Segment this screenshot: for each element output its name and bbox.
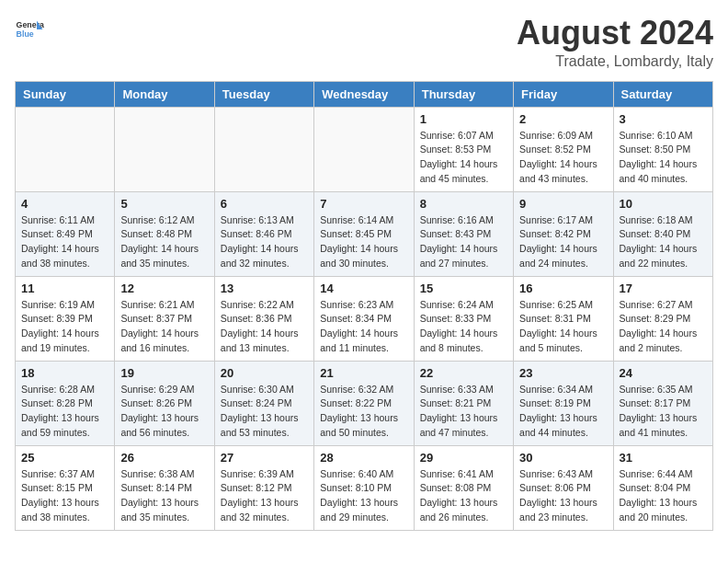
day-info: Sunrise: 6:35 AM Sunset: 8:17 PM Dayligh… (620, 383, 707, 441)
day-info: Sunrise: 6:10 AM Sunset: 8:50 PM Dayligh… (620, 129, 707, 187)
day-info: Sunrise: 6:17 AM Sunset: 8:42 PM Dayligh… (519, 213, 607, 271)
day-info: Sunrise: 6:32 AM Sunset: 8:22 PM Dayligh… (320, 383, 407, 441)
day-info: Sunrise: 6:28 AM Sunset: 8:28 PM Dayligh… (21, 383, 108, 441)
weekday-header-tuesday: Tuesday (214, 81, 313, 107)
calendar-cell: 6Sunrise: 6:13 AM Sunset: 8:46 PM Daylig… (214, 191, 313, 276)
day-info: Sunrise: 6:29 AM Sunset: 8:26 PM Dayligh… (120, 383, 208, 441)
day-number: 7 (320, 197, 407, 211)
day-info: Sunrise: 6:27 AM Sunset: 8:29 PM Dayligh… (620, 298, 707, 356)
calendar-week-row: 4Sunrise: 6:11 AM Sunset: 8:49 PM Daylig… (16, 191, 713, 276)
calendar-week-row: 25Sunrise: 6:37 AM Sunset: 8:15 PM Dayli… (16, 445, 713, 530)
month-year-title: August 2024 (517, 15, 713, 52)
day-number: 6 (221, 197, 308, 211)
day-info: Sunrise: 6:43 AM Sunset: 8:06 PM Dayligh… (519, 467, 607, 525)
calendar-cell (115, 107, 214, 191)
day-number: 15 (420, 282, 507, 295)
calendar-cell: 26Sunrise: 6:38 AM Sunset: 8:14 PM Dayli… (115, 445, 214, 530)
calendar-cell: 25Sunrise: 6:37 AM Sunset: 8:15 PM Dayli… (16, 445, 115, 530)
calendar-cell: 11Sunrise: 6:19 AM Sunset: 8:39 PM Dayli… (16, 276, 115, 361)
weekday-header-thursday: Thursday (414, 81, 513, 107)
day-info: Sunrise: 6:30 AM Sunset: 8:24 PM Dayligh… (221, 383, 308, 441)
day-number: 13 (221, 282, 308, 295)
calendar-cell: 17Sunrise: 6:27 AM Sunset: 8:29 PM Dayli… (613, 276, 712, 361)
day-info: Sunrise: 6:13 AM Sunset: 8:46 PM Dayligh… (221, 213, 308, 271)
logo-icon: General Blue (15, 15, 44, 44)
day-info: Sunrise: 6:25 AM Sunset: 8:31 PM Dayligh… (519, 298, 607, 356)
calendar-cell: 16Sunrise: 6:25 AM Sunset: 8:31 PM Dayli… (514, 276, 613, 361)
calendar-cell: 18Sunrise: 6:28 AM Sunset: 8:28 PM Dayli… (16, 361, 115, 445)
day-number: 27 (221, 451, 308, 465)
location-subtitle: Tradate, Lombardy, Italy (517, 53, 713, 70)
day-info: Sunrise: 6:24 AM Sunset: 8:33 PM Dayligh… (420, 298, 507, 356)
weekday-header-friday: Friday (514, 81, 613, 107)
day-number: 29 (420, 451, 507, 465)
calendar-cell: 14Sunrise: 6:23 AM Sunset: 8:34 PM Dayli… (314, 276, 414, 361)
day-number: 31 (620, 451, 707, 465)
calendar-cell: 20Sunrise: 6:30 AM Sunset: 8:24 PM Dayli… (214, 361, 313, 445)
day-info: Sunrise: 6:33 AM Sunset: 8:21 PM Dayligh… (420, 383, 507, 441)
day-info: Sunrise: 6:16 AM Sunset: 8:43 PM Dayligh… (420, 213, 507, 271)
calendar-week-row: 11Sunrise: 6:19 AM Sunset: 8:39 PM Dayli… (16, 276, 713, 361)
day-number: 3 (620, 112, 707, 126)
day-info: Sunrise: 6:19 AM Sunset: 8:39 PM Dayligh… (21, 298, 108, 356)
day-number: 4 (21, 197, 108, 211)
weekday-header-wednesday: Wednesday (314, 81, 414, 107)
day-number: 11 (21, 282, 108, 295)
calendar-cell (16, 107, 115, 191)
day-info: Sunrise: 6:09 AM Sunset: 8:52 PM Dayligh… (519, 129, 607, 187)
day-number: 16 (519, 282, 607, 295)
day-info: Sunrise: 6:11 AM Sunset: 8:49 PM Dayligh… (21, 213, 108, 271)
calendar-cell: 27Sunrise: 6:39 AM Sunset: 8:12 PM Dayli… (214, 445, 313, 530)
day-info: Sunrise: 6:18 AM Sunset: 8:40 PM Dayligh… (620, 213, 707, 271)
title-block: August 2024 Tradate, Lombardy, Italy (517, 15, 713, 70)
day-info: Sunrise: 6:14 AM Sunset: 8:45 PM Dayligh… (320, 213, 407, 271)
day-number: 26 (120, 451, 208, 465)
calendar-header-row: SundayMondayTuesdayWednesdayThursdayFrid… (16, 81, 713, 107)
logo: General Blue (15, 15, 44, 44)
day-info: Sunrise: 6:22 AM Sunset: 8:36 PM Dayligh… (221, 298, 308, 356)
calendar-cell: 3Sunrise: 6:10 AM Sunset: 8:50 PM Daylig… (613, 107, 712, 191)
day-info: Sunrise: 6:12 AM Sunset: 8:48 PM Dayligh… (120, 213, 208, 271)
calendar-week-row: 18Sunrise: 6:28 AM Sunset: 8:28 PM Dayli… (16, 361, 713, 445)
day-info: Sunrise: 6:44 AM Sunset: 8:04 PM Dayligh… (620, 467, 707, 525)
day-info: Sunrise: 6:38 AM Sunset: 8:14 PM Dayligh… (120, 467, 208, 525)
calendar-cell: 5Sunrise: 6:12 AM Sunset: 8:48 PM Daylig… (115, 191, 214, 276)
day-number: 21 (320, 366, 407, 380)
calendar-table: SundayMondayTuesdayWednesdayThursdayFrid… (15, 81, 713, 531)
day-number: 12 (120, 282, 208, 295)
day-info: Sunrise: 6:40 AM Sunset: 8:10 PM Dayligh… (320, 467, 407, 525)
day-number: 30 (519, 451, 607, 465)
calendar-cell: 10Sunrise: 6:18 AM Sunset: 8:40 PM Dayli… (613, 191, 712, 276)
calendar-cell: 29Sunrise: 6:41 AM Sunset: 8:08 PM Dayli… (414, 445, 513, 530)
day-info: Sunrise: 6:34 AM Sunset: 8:19 PM Dayligh… (519, 383, 607, 441)
calendar-cell: 23Sunrise: 6:34 AM Sunset: 8:19 PM Dayli… (514, 361, 613, 445)
day-number: 10 (620, 197, 707, 211)
svg-text:Blue: Blue (17, 29, 34, 39)
day-number: 20 (221, 366, 308, 380)
day-info: Sunrise: 6:21 AM Sunset: 8:37 PM Dayligh… (120, 298, 208, 356)
calendar-cell: 15Sunrise: 6:24 AM Sunset: 8:33 PM Dayli… (414, 276, 513, 361)
calendar-cell: 19Sunrise: 6:29 AM Sunset: 8:26 PM Dayli… (115, 361, 214, 445)
day-number: 24 (620, 366, 707, 380)
day-info: Sunrise: 6:41 AM Sunset: 8:08 PM Dayligh… (420, 467, 507, 525)
calendar-cell: 7Sunrise: 6:14 AM Sunset: 8:45 PM Daylig… (314, 191, 414, 276)
calendar-cell: 13Sunrise: 6:22 AM Sunset: 8:36 PM Dayli… (214, 276, 313, 361)
weekday-header-monday: Monday (115, 81, 214, 107)
calendar-cell: 9Sunrise: 6:17 AM Sunset: 8:42 PM Daylig… (514, 191, 613, 276)
day-info: Sunrise: 6:07 AM Sunset: 8:53 PM Dayligh… (420, 129, 507, 187)
weekday-header-saturday: Saturday (613, 81, 712, 107)
calendar-cell: 4Sunrise: 6:11 AM Sunset: 8:49 PM Daylig… (16, 191, 115, 276)
day-number: 23 (519, 366, 607, 380)
day-info: Sunrise: 6:37 AM Sunset: 8:15 PM Dayligh… (21, 467, 108, 525)
calendar-week-row: 1Sunrise: 6:07 AM Sunset: 8:53 PM Daylig… (16, 107, 713, 191)
calendar-cell (314, 107, 414, 191)
day-number: 28 (320, 451, 407, 465)
day-info: Sunrise: 6:23 AM Sunset: 8:34 PM Dayligh… (320, 298, 407, 356)
calendar-cell: 1Sunrise: 6:07 AM Sunset: 8:53 PM Daylig… (414, 107, 513, 191)
calendar-cell: 24Sunrise: 6:35 AM Sunset: 8:17 PM Dayli… (613, 361, 712, 445)
calendar-cell: 8Sunrise: 6:16 AM Sunset: 8:43 PM Daylig… (414, 191, 513, 276)
day-number: 1 (420, 112, 507, 126)
day-number: 17 (620, 282, 707, 295)
calendar-cell: 30Sunrise: 6:43 AM Sunset: 8:06 PM Dayli… (514, 445, 613, 530)
weekday-header-sunday: Sunday (16, 81, 115, 107)
